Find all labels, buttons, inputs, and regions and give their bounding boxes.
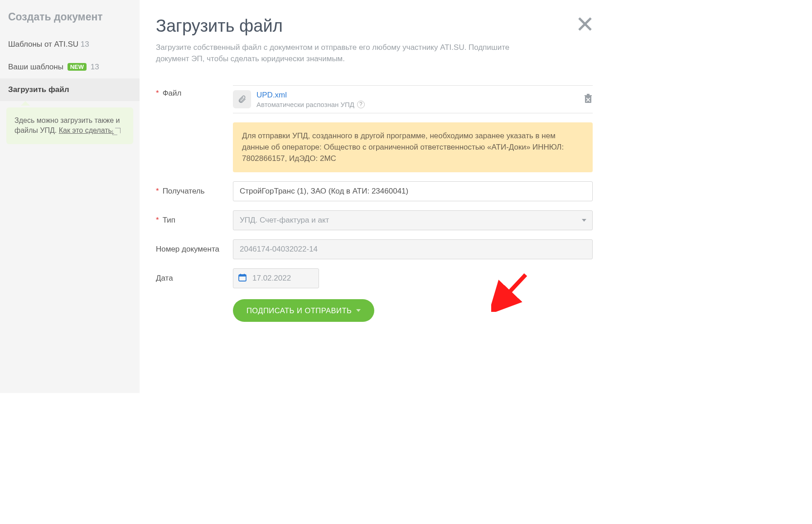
- docnum-input: [233, 239, 593, 259]
- upd-info-box: Здесь можно загрузить также и файлы УПД.…: [6, 107, 133, 144]
- close-button[interactable]: [577, 16, 593, 32]
- file-attachment: UPD.xml Автоматически распознан УПД ?: [233, 85, 593, 113]
- type-select[interactable]: [233, 210, 593, 230]
- file-name-link[interactable]: UPD.xml: [256, 91, 580, 100]
- operator-note: Для отправки УПД, созданного в другой пр…: [233, 122, 593, 172]
- nav-count: 13: [81, 40, 89, 49]
- nav-item-your-templates[interactable]: Ваши шаблоны NEW 13: [0, 56, 140, 78]
- nav-item-upload-file[interactable]: Загрузить файл: [0, 78, 140, 101]
- trash-icon: [584, 93, 593, 103]
- close-icon: [577, 16, 593, 32]
- upload-form: *Файл UPD.xml Автоматически распознан УП: [156, 85, 593, 322]
- sidebar-title: Создать документ: [0, 11, 140, 33]
- svg-rect-3: [587, 94, 590, 95]
- calendar-icon: [238, 273, 246, 283]
- label-date: Дата: [156, 274, 233, 283]
- page-title: Загрузить файл: [156, 16, 593, 36]
- label-file: *Файл: [156, 85, 233, 98]
- svg-rect-9: [240, 274, 241, 276]
- page-subtitle: Загрузите собственный файл с документом …: [156, 42, 527, 64]
- new-badge: NEW: [68, 63, 87, 71]
- sidebar: Создать документ Шаблоны от ATI.SU 13 Ва…: [0, 0, 140, 393]
- sign-and-send-button[interactable]: ПОДПИСАТЬ И ОТПРАВИТЬ: [233, 299, 374, 322]
- nav-label: Шаблоны от ATI.SU: [8, 40, 78, 49]
- nav-label: Ваши шаблоны: [8, 63, 63, 71]
- nav-item-templates-ati[interactable]: Шаблоны от ATI.SU 13: [0, 33, 140, 56]
- file-subtext: Автоматически распознан УПД ?: [256, 101, 580, 108]
- nav-count: 13: [91, 63, 99, 71]
- chevron-down-icon: [582, 219, 586, 222]
- label-type: *Тип: [156, 216, 233, 225]
- chevron-down-icon: [356, 309, 361, 312]
- external-link-icon: [115, 128, 121, 133]
- svg-rect-10: [244, 274, 245, 276]
- label-recipient: *Получатель: [156, 187, 233, 196]
- delete-file-button[interactable]: [584, 93, 593, 105]
- main-panel: Загрузить файл Загрузите собственный фай…: [140, 0, 609, 393]
- attachment-icon: [233, 90, 251, 108]
- svg-rect-8: [239, 275, 246, 277]
- svg-rect-2: [585, 95, 592, 96]
- label-docnum: Номер документа: [156, 245, 233, 254]
- help-icon[interactable]: ?: [357, 101, 365, 108]
- nav-label: Загрузить файл: [8, 85, 69, 94]
- recipient-input[interactable]: [233, 181, 593, 201]
- info-link[interactable]: Как это сделать: [59, 126, 121, 134]
